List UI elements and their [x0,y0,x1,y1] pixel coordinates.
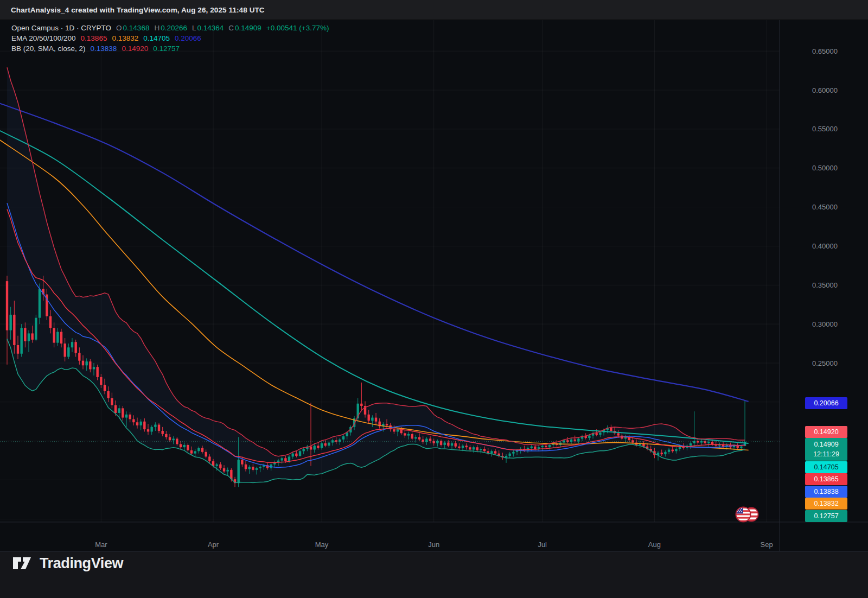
tradingview-wordmark: TradingView [40,555,123,572]
svg-text:0.50000: 0.50000 [812,164,838,172]
price-badge-0.12757: 0.12757 [805,510,847,522]
us-flag-pair-icon [733,505,762,526]
bb-label: BB (20, SMA, close, 2) [11,44,86,53]
svg-text:0.40000: 0.40000 [812,242,838,250]
tradingview-chart-page: 0.650000.600000.550000.500000.450000.400… [0,0,868,598]
bb-lower-value: 0.12757 [153,44,180,53]
ema50-value: 0.13832 [112,34,138,42]
badge-value: 0.20066 [814,398,838,408]
svg-text:May: May [315,540,329,549]
ohlc-high: H 0.20266 [154,24,187,32]
svg-text:Sep: Sep [760,540,773,549]
svg-text:0.60000: 0.60000 [812,86,838,94]
price-badge-0.13832: 0.13832 [805,498,847,510]
svg-text:0.35000: 0.35000 [812,281,838,289]
svg-text:0.45000: 0.45000 [812,203,838,211]
legend-row-ema: EMA 20/50/100/200 0.13865 0.13832 0.1470… [11,34,329,42]
badge-value: 0.14909 [814,440,838,449]
badge-value: 0.14705 [814,462,838,472]
ema200-value: 0.20066 [175,34,201,42]
ohlc-open: O 0.14368 [116,24,149,32]
svg-text:Jul: Jul [538,540,547,549]
bar-countdown: 12:11:29 [813,449,839,459]
badge-value: 0.13838 [814,487,838,497]
svg-text:Mar: Mar [95,540,107,549]
svg-text:0.65000: 0.65000 [812,47,838,55]
svg-text:0.30000: 0.30000 [812,320,838,328]
legend-row-bb: BB (20, SMA, close, 2) 0.13838 0.14920 0… [11,44,329,53]
title-bar: ChartAnalysis_4 created with TradingView… [0,0,868,20]
bb-upper-value: 0.14920 [122,44,148,53]
page-title: ChartAnalysis_4 created with TradingView… [11,6,265,14]
price-badge-0.20066: 0.20066 [805,397,847,409]
badge-value: 0.12757 [814,511,838,521]
price-badge-0.14909: 0.1490912:11:29 [805,438,847,461]
ema100-value: 0.14705 [143,34,170,42]
ohlc-close: C 0.14909 [228,24,261,32]
price-badge-0.14920: 0.14920 [805,426,847,438]
svg-text:0.55000: 0.55000 [812,125,838,133]
badge-value: 0.13865 [814,474,838,484]
chart-legend: Open Campus · 1D · CRYPTO O 0.14368 H 0.… [11,24,329,53]
svg-text:0.25000: 0.25000 [812,359,838,367]
price-badge-0.13838: 0.13838 [805,486,847,498]
tradingview-logo[interactable]: TradingView [12,554,123,572]
svg-text:Apr: Apr [208,540,219,549]
ohlc-low: L 0.14364 [192,24,224,32]
price-change: +0.00541 (+3.77%) [266,24,329,32]
badge-value: 0.14920 [814,427,838,437]
ema-label: EMA 20/50/100/200 [11,34,76,42]
price-badge-0.13865: 0.13865 [805,473,847,485]
legend-row-symbol: Open Campus · 1D · CRYPTO O 0.14368 H 0.… [11,24,329,32]
bb-basis-value: 0.13838 [91,44,117,53]
svg-text:Aug: Aug [648,540,661,549]
badge-value: 0.13832 [814,499,838,508]
tradingview-mark-icon [12,554,33,572]
price-badge-0.14705: 0.14705 [805,461,847,473]
symbol-title: Open Campus · 1D · CRYPTO [11,24,111,32]
svg-text:Jun: Jun [428,540,439,549]
ema20-value: 0.13865 [81,34,107,42]
